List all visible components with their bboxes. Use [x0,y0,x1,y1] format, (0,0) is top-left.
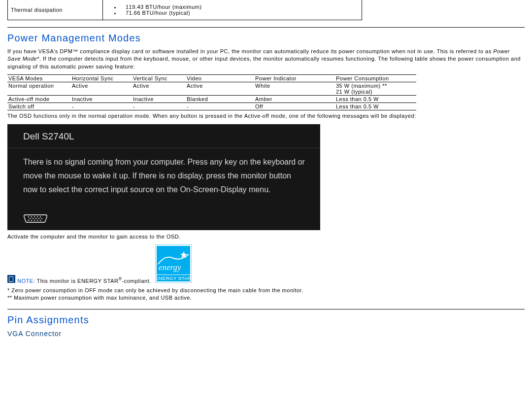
col-horizontal-sync: Horizontal Sync [71,75,132,82]
svg-point-4 [40,216,41,217]
col-vertical-sync: Vertical Sync [132,75,186,82]
svg-point-6 [33,218,33,219]
col-power-consumption: Power Consumption [335,75,416,82]
thermal-dissipation-table: Thermal dissipation 119.43 BTU/hour (max… [7,0,362,20]
table-header-row: VESA Modes Horizontal Sync Vertical Sync… [7,75,416,82]
osd-screenshot: Dell S2740L There is no signal coming fr… [7,124,320,230]
intro-paragraph: If you have VESA's DPM™ compliance displ… [7,48,525,70]
col-vesa-modes: VESA Modes [7,75,71,82]
svg-point-8 [38,218,39,219]
svg-point-12 [34,219,35,220]
activate-text: Activate the computer and the monitor to… [7,233,525,240]
col-video: Video [186,75,254,82]
divider [7,27,525,28]
svg-point-3 [37,216,38,217]
section-title-power-management: Power Management Modes [7,33,525,44]
svg-point-7 [35,218,36,219]
osd-title: Dell S2740L [7,124,320,148]
svg-point-11 [31,219,32,220]
table-row: Switch off - - - Off Less than 0.5 W [7,103,416,110]
svg-text:energy: energy [159,263,181,272]
vga-connector-icon [23,213,48,224]
footnote-2: ** Maximum power consumption with max lu… [7,294,525,302]
subheading-vga-connector: VGA Connector [7,330,525,338]
svg-point-10 [28,219,29,220]
footnotes: * Zero power consumption in OFF mode can… [7,287,525,302]
svg-point-1 [31,216,32,217]
note-icon [7,275,15,283]
osd-note-text: The OSD functions only in the normal ope… [7,112,525,120]
thermal-typ: 71.66 BTU/hour (typical) [121,10,359,16]
table-row: Normal operation Active Active Active Wh… [7,82,416,96]
svg-point-9 [41,218,42,219]
table-row: Active-off mode Inactive Inactive Blanke… [7,96,416,103]
svg-point-2 [34,216,35,217]
footnote-1: * Zero power consumption in OFF mode can… [7,287,525,294]
svg-text:ENERGY STAR: ENERGY STAR [155,275,191,281]
note-text: NOTE: This monitor is ENERGY STAR®-compl… [17,276,151,284]
osd-message: There is no signal coming from your comp… [7,148,320,197]
thermal-label: Thermal dissipation [8,0,103,20]
energy-star-logo: energy ENERGY STAR [155,244,192,284]
section-title-pin-assignments: Pin Assignments [7,314,525,326]
divider [7,309,525,309]
svg-point-14 [40,219,41,220]
thermal-values: 119.43 BTU/hour (maximum) 71.66 BTU/hour… [103,0,362,20]
svg-point-13 [37,219,38,220]
note-label: NOTE: [17,278,35,284]
svg-point-5 [30,218,31,219]
thermal-max: 119.43 BTU/hour (maximum) [121,4,359,10]
energy-star-note-row: NOTE: This monitor is ENERGY STAR®-compl… [7,244,525,284]
svg-point-0 [28,216,29,217]
power-modes-table: VESA Modes Horizontal Sync Vertical Sync… [7,74,416,110]
col-power-indicator: Power Indicator [254,75,335,82]
